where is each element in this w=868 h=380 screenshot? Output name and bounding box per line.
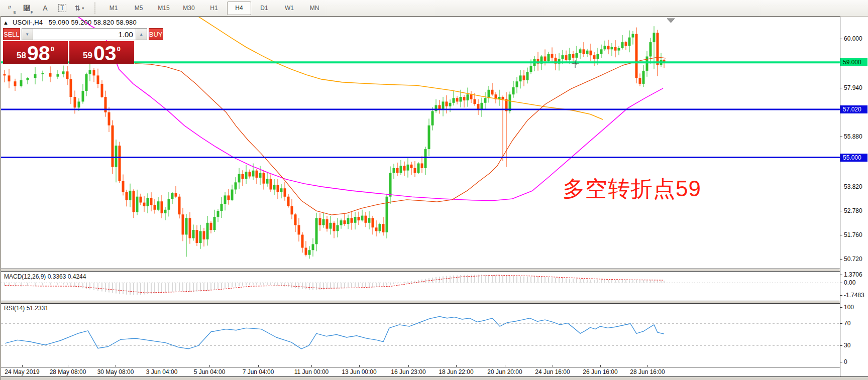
time-axis-label[interactable]: 24 May 2019 xyxy=(5,368,39,375)
macd-label: MACD(12,26,9) 0.3363 0.4244 xyxy=(4,273,86,280)
time-axis-label[interactable]: 7 Jun 04:00 xyxy=(243,368,274,375)
price-scale-label[interactable]: 100 xyxy=(844,304,854,311)
time-axis-label[interactable]: 20 Jun 20:00 xyxy=(487,368,522,375)
time-axis-tick xyxy=(553,365,553,367)
grid-properties-icon[interactable]: ⿙F xyxy=(20,2,36,15)
candle-body xyxy=(572,54,575,58)
timeframe-w1[interactable]: W1 xyxy=(277,2,301,15)
candle-body xyxy=(66,71,69,79)
candle-body xyxy=(446,101,448,106)
candle-body xyxy=(126,192,128,200)
price-line-label[interactable]: 57.020 xyxy=(840,105,867,113)
time-axis-tick xyxy=(68,365,68,367)
price-line-label[interactable]: 59.000 xyxy=(840,58,867,66)
price-scale-label[interactable]: 57.940 xyxy=(844,84,862,91)
time-axis-label[interactable]: 11 Jun 00:00 xyxy=(294,368,329,375)
expert-indicator-icon[interactable]: 〃E xyxy=(3,2,19,15)
candle-body xyxy=(189,218,191,238)
lot-decrease-button[interactable]: ▼ xyxy=(22,29,33,40)
quote-high: 59.200 xyxy=(71,19,91,26)
time-axis-label[interactable]: 3 Jun 04:00 xyxy=(146,368,178,375)
time-axis-label[interactable]: 24 Jun 16:00 xyxy=(535,368,570,375)
candle-body xyxy=(354,217,357,223)
price-scale-label[interactable]: 30 xyxy=(844,342,850,349)
candle-body xyxy=(217,211,220,217)
price-line-label[interactable]: 55.000 xyxy=(840,154,867,162)
time-axis-label[interactable]: 30 May 08:00 xyxy=(97,368,134,375)
price-scale-tick xyxy=(840,307,842,308)
price-scale-label[interactable]: 51.760 xyxy=(844,231,862,238)
candle-body xyxy=(319,218,321,225)
timeframe-m15[interactable]: M15 xyxy=(152,2,176,15)
arrange-windows-icon[interactable]: ⇅▾ xyxy=(71,2,87,15)
ask-price-box[interactable]: 59 03 0 xyxy=(69,41,134,64)
price-scale-tick xyxy=(840,88,842,88)
time-axis-tick xyxy=(600,365,601,367)
candle-body xyxy=(386,197,388,232)
horizontal-scrollbar[interactable] xyxy=(0,376,868,380)
price-scale-tick xyxy=(840,323,842,324)
price-scale-label[interactable]: 50.720 xyxy=(844,256,862,263)
candle-body xyxy=(112,125,114,167)
time-axis-label[interactable]: 16 Jun 23:00 xyxy=(391,368,425,375)
macd-signal-line xyxy=(5,275,664,293)
timeframe-h4[interactable]: H4 xyxy=(227,2,251,15)
lot-size-stepper: ▼ ▲ xyxy=(22,28,147,40)
time-axis-label[interactable]: 5 Jun 04:00 xyxy=(194,368,226,375)
lot-increase-button[interactable]: ▲ xyxy=(136,29,147,40)
price-scale-tick xyxy=(840,283,842,283)
timeframe-m1[interactable]: M1 xyxy=(101,2,126,15)
bid-price-box[interactable]: 58 98 0 xyxy=(3,41,68,64)
candle-body xyxy=(129,191,132,200)
chevron-down-icon: ▾ xyxy=(82,6,84,11)
buy-button[interactable]: BUY xyxy=(149,28,163,40)
price-scale-label[interactable]: -1.7483 xyxy=(844,292,864,299)
candle-body xyxy=(351,218,353,223)
price-scale-label[interactable]: 53.820 xyxy=(844,183,862,190)
lot-size-input[interactable] xyxy=(33,29,136,40)
price-scale-label[interactable]: 52.780 xyxy=(844,207,862,214)
quote-low: 58.820 xyxy=(93,19,114,26)
candle-body xyxy=(512,87,515,94)
candle-body xyxy=(340,220,343,225)
timeframe-m5[interactable]: M5 xyxy=(127,2,151,15)
chart-annotation-text[interactable]: 多空转折点59 xyxy=(563,174,701,204)
candle-body xyxy=(583,49,585,54)
candle-body xyxy=(435,105,438,111)
price-scale-tick xyxy=(840,275,842,275)
collapse-triangle-icon[interactable]: ▲ xyxy=(3,20,9,26)
candle-body xyxy=(256,171,258,178)
time-axis-label[interactable]: 26 Jun 16:00 xyxy=(583,368,617,375)
candle-body xyxy=(460,97,462,102)
timeframe-m30[interactable]: M30 xyxy=(177,2,201,15)
price-scale-label[interactable]: 70 xyxy=(844,320,850,327)
timeframe-h1[interactable]: H1 xyxy=(202,2,226,15)
candle-body xyxy=(277,185,279,192)
timeframe-mn[interactable]: MN xyxy=(302,2,327,15)
price-scale-label[interactable]: 55.880 xyxy=(844,133,862,140)
text-label-icon[interactable]: T xyxy=(54,2,70,15)
text-annotation-icon[interactable]: A xyxy=(37,2,53,15)
candle-body xyxy=(242,174,244,179)
candle-body xyxy=(657,33,659,65)
candle-body xyxy=(410,165,413,168)
candle-body xyxy=(82,91,84,101)
price-scale-label[interactable]: 1.3706 xyxy=(844,271,862,278)
hatch-icon: 〃 xyxy=(6,4,13,13)
sell-button[interactable]: SELL xyxy=(3,28,20,40)
candle-body xyxy=(407,165,409,171)
timeframe-d1[interactable]: D1 xyxy=(252,2,276,15)
time-axis-label[interactable]: 13 Jun 00:00 xyxy=(342,368,376,375)
candle-body xyxy=(270,179,272,189)
time-axis-label[interactable]: 28 May 08:00 xyxy=(50,368,86,375)
price-scale-label[interactable]: 0 xyxy=(844,358,847,365)
candle-body xyxy=(509,94,511,111)
candle-body xyxy=(635,34,638,78)
time-axis-label[interactable]: 28 Jun 16:00 xyxy=(630,368,665,375)
time-axis-label[interactable]: 18 Jun 22:00 xyxy=(439,368,473,375)
candle-body xyxy=(182,214,184,234)
price-scale-label[interactable]: 60.000 xyxy=(844,35,862,42)
candle-body xyxy=(147,198,149,206)
medium-ma-magenta xyxy=(78,17,663,201)
price-scale-label[interactable]: 0.00 xyxy=(844,279,855,286)
